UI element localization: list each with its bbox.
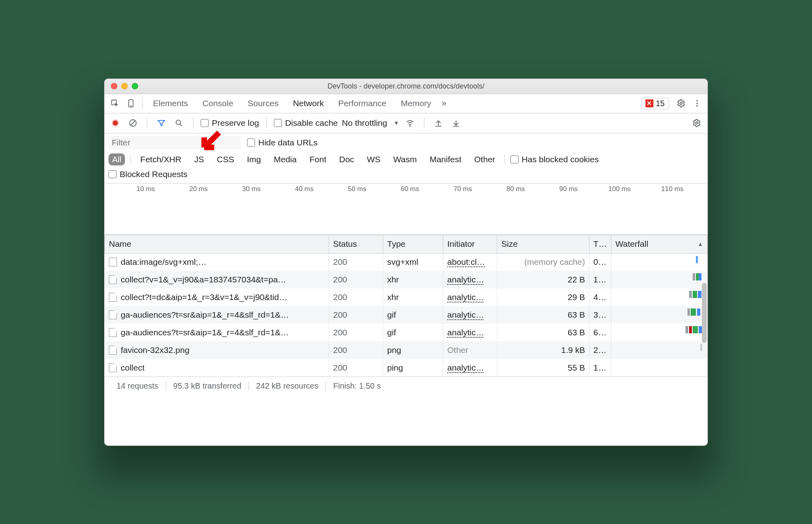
filter-type-fetch-xhr[interactable]: Fetch/XHR (137, 153, 185, 165)
zoom-window-button[interactable] (132, 83, 138, 89)
timeline-tick: 70 ms (454, 185, 472, 193)
export-har-icon[interactable] (449, 116, 463, 130)
separator (142, 98, 143, 109)
disable-cache-checkbox[interactable]: Disable cache (274, 118, 338, 128)
filter-icon[interactable] (155, 116, 168, 130)
timeline-overview[interactable]: 10 ms20 ms30 ms40 ms50 ms60 ms70 ms80 ms… (105, 183, 707, 235)
filter-type-img[interactable]: Img (243, 153, 265, 165)
svg-point-14 (695, 122, 698, 124)
svg-point-9 (176, 120, 181, 125)
settings-icon[interactable] (673, 95, 689, 111)
filter-type-all[interactable]: All (109, 153, 125, 165)
timeline-tick: 100 ms (608, 185, 631, 193)
table-row[interactable]: collect200pinganalytic…55 B1… (105, 359, 707, 377)
initiator-link[interactable]: analytic… (447, 328, 484, 337)
checkbox-icon (274, 119, 282, 127)
error-count-badge[interactable]: ✕ 15 (641, 98, 669, 109)
tab-memory[interactable]: Memory (394, 94, 438, 113)
error-icon: ✕ (645, 99, 653, 107)
filter-type-other[interactable]: Other (470, 153, 499, 165)
table-row[interactable]: collect?t=dc&aip=1&_r=3&v=1&_v=j90&tid…2… (105, 288, 707, 306)
footer-resources: 242 kB resources (249, 381, 326, 391)
request-name: collect?v=1&_v=j90&a=1837457034&t=pa… (121, 275, 286, 284)
toggle-device-icon[interactable] (123, 95, 139, 111)
file-icon (109, 293, 117, 302)
tab-network[interactable]: Network (286, 94, 331, 113)
table-row[interactable]: ga-audiences?t=sr&aip=1&_r=4&slf_rd=1&…2… (105, 324, 707, 341)
filter-type-wasm[interactable]: Wasm (390, 153, 420, 165)
network-controls: Preserve log Disable cache No throttling… (105, 113, 707, 133)
preserve-log-checkbox[interactable]: Preserve log (201, 118, 259, 128)
svg-point-11 (410, 125, 410, 126)
timeline-tick: 80 ms (506, 185, 525, 193)
has-blocked-cookies-checkbox[interactable]: Has blocked cookies (511, 155, 599, 164)
initiator-link[interactable]: about:cl… (447, 257, 485, 266)
kebab-menu-icon[interactable] (689, 95, 705, 111)
col-status[interactable]: Status (329, 235, 383, 253)
col-initiator[interactable]: Initiator (443, 235, 497, 253)
tab-sources[interactable]: Sources (241, 94, 286, 113)
table-row[interactable]: collect?v=1&_v=j90&a=1837457034&t=pa…200… (105, 271, 707, 288)
col-time[interactable]: T… (589, 235, 611, 253)
import-har-icon[interactable] (432, 116, 445, 130)
timeline-tick: 110 ms (661, 185, 683, 193)
svg-point-5 (696, 103, 698, 104)
file-icon (109, 328, 117, 337)
filter-type-css[interactable]: CSS (213, 153, 238, 165)
footer-finish: Finish: 1.50 s (326, 381, 388, 391)
filter-type-font[interactable]: Font (306, 153, 330, 165)
svg-point-3 (680, 102, 682, 105)
filter-type-media[interactable]: Media (270, 153, 300, 165)
hide-data-urls-checkbox[interactable]: Hide data URLs (247, 138, 318, 147)
col-size[interactable]: Size (497, 235, 589, 253)
table-row[interactable]: data:image/svg+xml;…200svg+xmlabout:cl…(… (105, 253, 707, 271)
request-name: data:image/svg+xml;… (121, 257, 207, 267)
tab-console[interactable]: Console (195, 94, 241, 113)
blocked-requests-checkbox[interactable]: Blocked Requests (109, 169, 187, 179)
table-row[interactable]: ga-audiences?t=sr&aip=1&_r=4&slf_rd=1&…2… (105, 306, 707, 324)
filter-type-ws[interactable]: WS (363, 153, 384, 165)
scrollbar[interactable] (702, 283, 707, 343)
minimize-window-button[interactable] (121, 83, 128, 89)
request-name: ga-audiences?t=sr&aip=1&_r=4&slf_rd=1&… (121, 310, 289, 320)
record-button[interactable] (109, 116, 122, 130)
svg-point-4 (696, 100, 698, 102)
initiator-link[interactable]: analytic… (447, 292, 484, 302)
network-conditions-icon[interactable] (403, 116, 417, 130)
file-icon (109, 346, 117, 355)
tab-performance[interactable]: Performance (331, 94, 394, 113)
initiator-link[interactable]: analytic… (447, 310, 484, 319)
initiator-text: Other (447, 345, 468, 355)
initiator-link[interactable]: analytic… (447, 363, 484, 372)
col-name[interactable]: Name (105, 235, 329, 253)
titlebar: DevTools - developer.chrome.com/docs/dev… (105, 79, 707, 94)
throttling-select[interactable]: No throttling▼ (342, 118, 399, 128)
search-icon[interactable] (172, 116, 186, 130)
clear-button[interactable] (126, 116, 140, 130)
table-row[interactable]: favicon-32x32.png200pngOther1.9 kB2… (105, 341, 707, 359)
checkbox-icon (201, 119, 209, 127)
initiator-link[interactable]: analytic… (447, 275, 484, 284)
more-tabs-button[interactable]: » (438, 98, 450, 109)
chevron-down-icon: ▼ (394, 120, 399, 126)
filter-type-js[interactable]: JS (191, 153, 208, 165)
checkbox-icon (511, 155, 519, 163)
status-footer: 14 requests 95.3 kB transferred 242 kB r… (105, 377, 707, 395)
file-icon (109, 363, 117, 372)
filter-input[interactable] (109, 136, 241, 149)
timeline-tick: 30 ms (242, 185, 261, 193)
tab-elements[interactable]: Elements (146, 94, 195, 113)
request-name: collect?t=dc&aip=1&_r=3&v=1&_v=j90&tid… (121, 292, 287, 302)
inspect-element-icon[interactable] (107, 95, 123, 111)
checkbox-icon (109, 170, 117, 178)
col-waterfall[interactable]: Waterfall▲ (611, 235, 707, 253)
sort-asc-icon: ▲ (697, 241, 703, 247)
close-window-button[interactable] (111, 83, 117, 89)
table-header-row: Name Status Type Initiator Size T… Water… (105, 235, 707, 253)
col-type[interactable]: Type (383, 235, 443, 253)
filter-type-doc[interactable]: Doc (336, 153, 358, 165)
timeline-tick: 50 ms (348, 185, 366, 193)
filter-type-manifest[interactable]: Manifest (426, 153, 465, 165)
network-settings-icon[interactable] (690, 116, 703, 130)
timeline-tick: 90 ms (559, 185, 578, 193)
